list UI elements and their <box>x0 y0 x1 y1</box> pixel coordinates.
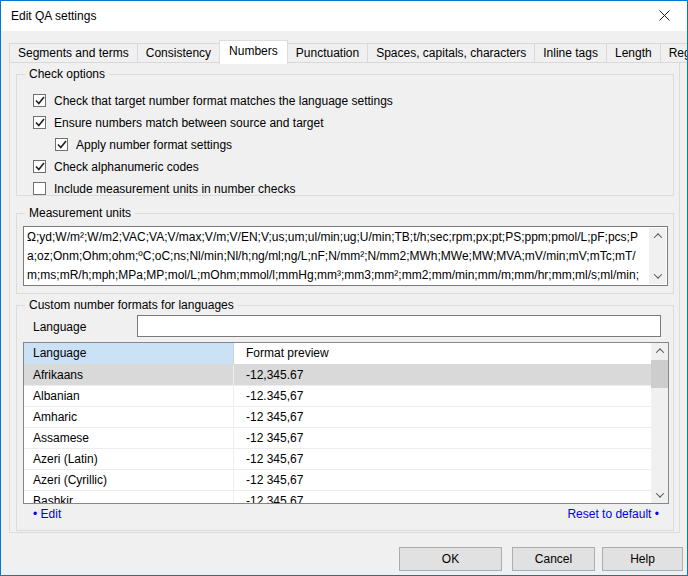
tab-check-alphanumeric-codes: Check alphanumeric codes <box>33 159 663 174</box>
scroll-up-button[interactable] <box>649 228 666 244</box>
tab-punctuation[interactable]: Punctuation <box>288 43 368 63</box>
checkbox[interactable] <box>33 182 46 195</box>
close-button[interactable] <box>642 1 687 30</box>
tab-segments-and-terms[interactable]: Segments and terms <box>9 43 138 63</box>
column-header-language[interactable]: Language <box>24 343 233 364</box>
checkmark-icon <box>35 96 45 105</box>
edit-link[interactable]: • Edit <box>33 507 61 521</box>
tab-apply-number-format-settings: Apply number format settings <box>55 137 663 152</box>
numbers-tab-page: Check options Check that target number f… <box>9 62 680 533</box>
bullet-icon: • <box>655 507 659 521</box>
language-format-table: Language Format preview Afrikaans -12,34… <box>23 342 669 504</box>
tab-strip: Segments and terms Consistency Numbers P… <box>9 39 688 63</box>
scroll-down-button[interactable] <box>651 487 668 503</box>
tab-check-that-target-number-format-matches-the-language-settings: Check that target number format matches … <box>33 93 663 108</box>
ok-button[interactable]: OK <box>399 547 502 571</box>
check-options-list: Check that target number format matches … <box>33 93 663 203</box>
table-body: Afrikaans -12,345.67 Albanian -12.345,67… <box>24 365 668 504</box>
tab-regex[interactable]: Regex <box>661 43 688 63</box>
table-scrollbar[interactable] <box>651 343 668 503</box>
custom-number-formats-group: Custom number formats for languages Lang… <box>16 305 674 531</box>
group-title: Custom number formats for languages <box>25 298 238 313</box>
close-icon <box>659 10 670 21</box>
chevron-down-icon <box>655 489 663 497</box>
table-row-bashkir[interactable]: Bashkir -12 345,67 <box>24 491 668 504</box>
reset-to-default-link[interactable]: Reset to default • <box>567 507 659 521</box>
link-row: • Edit Reset to default • <box>17 507 673 525</box>
checkbox[interactable] <box>33 116 46 129</box>
checkmark-icon <box>35 118 45 127</box>
column-divider-line <box>233 365 234 503</box>
tab-consistency[interactable]: Consistency <box>138 43 220 63</box>
tab-length[interactable]: Length <box>607 43 661 63</box>
edit-qa-settings-dialog: Edit QA settings Segments and terms Cons… <box>0 0 688 576</box>
table-header: Language Format preview <box>24 343 668 365</box>
group-title: Measurement units <box>25 206 135 221</box>
group-title: Check options <box>25 67 109 82</box>
bullet-icon: • <box>33 507 37 521</box>
cancel-button[interactable]: Cancel <box>512 547 595 571</box>
units-scrollbar[interactable] <box>649 228 666 284</box>
measurement-units-text: Ω;yd;W/m²;W/m2;VAC;VA;V/max;V/m;V/EN;V;u… <box>27 228 647 284</box>
chevron-down-icon <box>653 270 661 278</box>
checkbox[interactable] <box>33 94 46 107</box>
chevron-up-icon <box>653 233 661 241</box>
table-row-amharic[interactable]: Amharic -12 345,67 <box>24 407 668 428</box>
measurement-units-textarea[interactable]: Ω;yd;W/m²;W/m2;VAC;VA;V/max;V/m;V/EN;V;u… <box>23 226 668 286</box>
table-row-albanian[interactable]: Albanian -12.345,67 <box>24 386 668 407</box>
tab-include-measurement-units-in-number-checks: Include measurement units in number chec… <box>33 181 663 196</box>
checkbox[interactable] <box>55 138 68 151</box>
window-title: Edit QA settings <box>11 9 96 23</box>
tab-numbers[interactable]: Numbers <box>219 40 288 64</box>
checkmark-icon <box>57 140 67 149</box>
language-filter-input[interactable] <box>137 315 661 337</box>
table-row-azeri-cyrillic[interactable]: Azeri (Cyrillic) -12 345,67 <box>24 470 668 491</box>
column-header-format-preview[interactable]: Format preview <box>234 343 668 364</box>
chevron-up-icon <box>655 348 663 356</box>
checkbox[interactable] <box>33 160 46 173</box>
scroll-thumb[interactable] <box>651 360 668 388</box>
table-row-afrikaans[interactable]: Afrikaans -12,345.67 <box>24 365 668 386</box>
checkmark-icon <box>35 162 45 171</box>
tab-inline-tags[interactable]: Inline tags <box>535 43 607 63</box>
help-button[interactable]: Help <box>602 547 683 571</box>
tab-ensure-numbers-match-between-source-and-target: Ensure numbers match between source and … <box>33 115 663 130</box>
table-row-azeri-latin[interactable]: Azeri (Latin) -12 345,67 <box>24 449 668 470</box>
table-row-assamese[interactable]: Assamese -12 345,67 <box>24 428 668 449</box>
scroll-up-button[interactable] <box>651 343 668 359</box>
measurement-units-group: Measurement units Ω;yd;W/m²;W/m2;VAC;VA;… <box>16 213 674 294</box>
title-bar: Edit QA settings <box>1 1 687 31</box>
tab-spaces-capitals-characters[interactable]: Spaces, capitals, characters <box>368 43 535 63</box>
check-options-group: Check options Check that target number f… <box>16 74 674 196</box>
scroll-down-button[interactable] <box>649 268 666 284</box>
language-filter-label: Language <box>33 320 86 334</box>
